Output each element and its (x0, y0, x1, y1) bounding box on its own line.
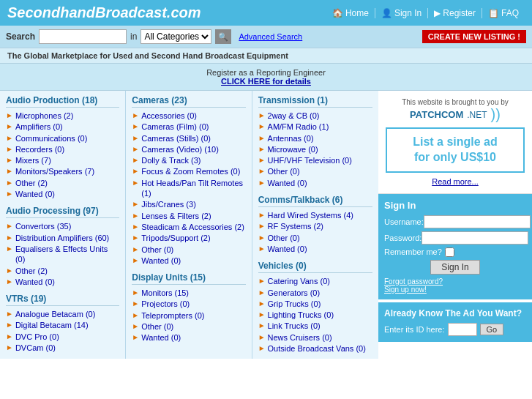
mixers-link[interactable]: Mixers (7) (15, 155, 51, 165)
arrow-icon: ► (258, 299, 266, 307)
username-row: Username: (384, 215, 526, 228)
username-label: Username: (384, 217, 424, 226)
cameras-film-link[interactable]: Cameras (Film) (0) (141, 122, 209, 132)
arrow-icon: ► (6, 266, 13, 275)
sidebar-top-ad: This website is brought to you by PATCHC… (378, 91, 532, 194)
microwave-link[interactable]: Microwave (0) (268, 144, 318, 154)
arrow-icon: ► (258, 333, 266, 341)
list-item: ►Lighting Trucks (0) (258, 310, 372, 320)
logo[interactable]: SecondhandBroadcast.com (7, 4, 201, 21)
amfm-link[interactable]: AM/FM Radio (1) (268, 122, 329, 132)
arrow-icon: ► (132, 234, 139, 242)
cameras-video-link[interactable]: Cameras (Video) (10) (141, 144, 219, 154)
arrow-icon: ► (132, 311, 139, 319)
arrow-icon: ► (132, 179, 139, 187)
dvccam-link[interactable]: DVCam (0) (15, 343, 56, 353)
nav-faq[interactable]: 📋 FAQ (482, 8, 525, 18)
link-trucks-link[interactable]: Link Trucks (0) (268, 321, 321, 331)
ap-wanted-link[interactable]: Wanted (0) (15, 277, 55, 287)
du-wanted-link[interactable]: Wanted (0) (141, 332, 181, 343)
cam-wanted-link[interactable]: Wanted (0) (141, 256, 181, 266)
analogue-betacam-link[interactable]: Analogue Betacam (0) (15, 309, 95, 319)
audio-other-link[interactable]: Other (2) (15, 178, 48, 188)
hard-wired-link[interactable]: Hard Wired Systems (4) (268, 210, 353, 220)
forgot-password-link[interactable]: Forgot password? (384, 277, 526, 286)
equalisers-link[interactable]: Equalisers & Effects Units (0) (15, 244, 119, 265)
rf-systems-link[interactable]: RF Systems (2) (268, 221, 323, 231)
read-more-link[interactable]: Read more... (386, 177, 525, 186)
trans-other-link[interactable]: Other (0) (268, 166, 300, 176)
main-layout: Audio Production (18) ►Microphones (2) ►… (0, 91, 532, 359)
teleprompters-link[interactable]: Teleprompters (0) (141, 310, 204, 321)
amplifiers-link[interactable]: Amplifiers (0) (15, 122, 63, 132)
search-input[interactable] (39, 29, 127, 44)
lighting-trucks-link[interactable]: Lighting Trucks (0) (268, 310, 334, 320)
jibs-cranes-link[interactable]: Jibs/Cranes (3) (141, 199, 196, 209)
communications-link[interactable]: Communications (0) (15, 133, 87, 143)
list-item: ►Convertors (35) (6, 221, 119, 231)
register-line2[interactable]: CLICK HERE for details (4, 77, 528, 86)
convertors-link[interactable]: Convertors (35) (15, 221, 71, 231)
monitors-speakers-link[interactable]: Monitors/Speakers (7) (15, 166, 94, 176)
username-input[interactable] (424, 215, 531, 228)
grip-trucks-link[interactable]: Grip Trucks (0) (268, 299, 321, 309)
list-item: ►Lenses & Filters (2) (132, 211, 245, 221)
ad-id-input[interactable] (448, 323, 477, 336)
nav-register-label: Register (443, 8, 476, 18)
nav-home[interactable]: 🏠 Home (326, 8, 375, 18)
dvcpro-link[interactable]: DVC Pro (0) (15, 332, 59, 342)
list-item: ►Monitors/Speakers (7) (6, 166, 119, 176)
dolly-track-link[interactable]: Dolly & Track (3) (141, 155, 201, 165)
generators-link[interactable]: Generators (0) (268, 288, 321, 298)
monitors-link[interactable]: Monitors (15) (141, 288, 189, 298)
list-item: ►Other (0) (258, 166, 372, 176)
password-input[interactable] (422, 231, 528, 245)
audio-wanted-link[interactable]: Wanted (0) (15, 189, 55, 199)
signin-button[interactable]: Sign In (430, 260, 479, 275)
accessories-link[interactable]: Accessories (0) (141, 111, 197, 121)
list-item: ►Generators (0) (258, 288, 372, 298)
list-item: ►Other (2) (6, 266, 119, 276)
dist-amps-link[interactable]: Distribution Amplifiers (60) (15, 233, 109, 243)
lenses-filters-link[interactable]: Lenses & Filters (2) (141, 211, 211, 221)
cam-other-link[interactable]: Other (0) (141, 245, 173, 255)
nav-register[interactable]: ▶ Register (427, 8, 482, 18)
recorders-link[interactable]: Recorders (0) (15, 144, 64, 154)
ob-vans-link[interactable]: Outside Broadcast Vans (0) (268, 343, 366, 354)
comms-wanted-link[interactable]: Wanted (0) (268, 244, 307, 254)
arrow-icon: ► (132, 122, 139, 130)
antennas-link[interactable]: Antennas (0) (268, 133, 314, 143)
arrow-icon: ► (132, 299, 139, 307)
remember-checkbox[interactable] (445, 247, 454, 257)
ap-other-link[interactable]: Other (2) (15, 266, 48, 276)
trans-wanted-link[interactable]: Wanted (0) (268, 178, 307, 188)
advanced-search-link[interactable]: Advanced Search (239, 32, 302, 41)
create-listing-button[interactable]: CREATE NEW LISTING ! (422, 30, 526, 43)
signup-link[interactable]: Sign up now! (384, 286, 526, 294)
arrow-icon: ► (132, 212, 139, 220)
cb-link[interactable]: 2way & CB (0) (268, 111, 320, 121)
digital-betacam-link[interactable]: Digital Betacam (14) (15, 320, 89, 330)
catering-vans-link[interactable]: Catering Vans (0) (268, 276, 330, 286)
news-cruisers-link[interactable]: News Cruisers (0) (268, 332, 332, 343)
search-go-button[interactable]: 🔍 (215, 29, 231, 44)
nav-signin[interactable]: 👤 Sign In (375, 8, 427, 18)
hot-heads-link[interactable]: Hot Heads/Pan Tilt Remotes (1) (141, 178, 245, 199)
tripods-link[interactable]: Tripods/Support (2) (141, 233, 210, 243)
already-go-button[interactable]: Go (480, 324, 504, 335)
microphones-link[interactable]: Microphones (2) (15, 111, 73, 121)
vtrs-title: VTRs (19) (6, 294, 119, 306)
list-item: ►DVC Pro (0) (6, 332, 119, 342)
category-select[interactable]: All Categories (141, 29, 211, 44)
list-item: ►2way & CB (0) (258, 111, 372, 121)
nav-home-label: Home (345, 8, 369, 18)
arrow-icon: ► (258, 321, 266, 329)
cameras-stills-link[interactable]: Cameras (Stills) (0) (141, 133, 211, 143)
projectors-link[interactable]: Projectors (0) (141, 299, 190, 309)
comms-other-link[interactable]: Other (0) (268, 233, 300, 243)
steadicam-link[interactable]: Steadicam & Accessories (2) (141, 222, 244, 232)
focus-zoom-link[interactable]: Focus & Zoom Remotes (0) (141, 166, 240, 176)
uhfvhf-link[interactable]: UHF/VHF Television (0) (268, 155, 352, 165)
list-item: ►Focus & Zoom Remotes (0) (132, 166, 245, 176)
du-other-link[interactable]: Other (0) (141, 321, 173, 332)
